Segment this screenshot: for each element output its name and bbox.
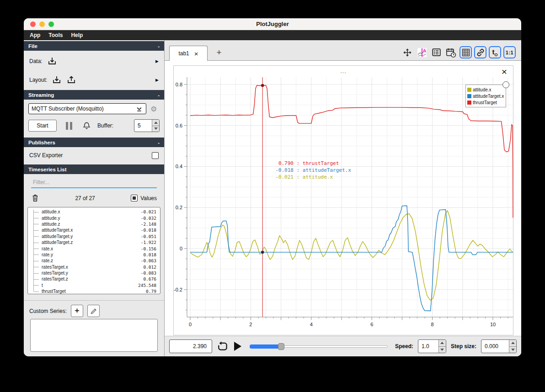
legend-item[interactable]: attitudeTarget.x bbox=[466, 93, 506, 99]
plot-legend[interactable]: attitude.xattitudeTarget.xthrustTarget bbox=[465, 85, 506, 107]
legend-item[interactable]: thrustTarget bbox=[466, 99, 506, 106]
streaming-source-select[interactable]: MQTT Subscriber (Mosquitto) bbox=[28, 103, 146, 114]
legend-item[interactable]: attitude.x bbox=[466, 86, 506, 93]
pause-icon[interactable] bbox=[66, 122, 72, 130]
timeseries-item[interactable]: attitude.y-0.032 bbox=[28, 215, 160, 221]
timeseries-value: 0.018 bbox=[143, 252, 160, 257]
section-header-file[interactable]: File - bbox=[24, 41, 164, 51]
values-label: Values bbox=[140, 195, 157, 201]
timeseries-value: 0.79 bbox=[146, 289, 160, 294]
spin-up-icon[interactable] bbox=[152, 120, 159, 126]
data-load-icon[interactable] bbox=[47, 57, 57, 66]
edit-custom-series-button[interactable] bbox=[87, 305, 100, 317]
legend-list-icon[interactable] bbox=[430, 46, 443, 58]
timeseries-item[interactable]: ratesTarget.z0.676 bbox=[28, 276, 160, 282]
spin-down-icon[interactable] bbox=[509, 346, 516, 353]
layout-load-icon[interactable] bbox=[52, 75, 62, 85]
timeseries-value: -0.156 bbox=[141, 246, 160, 251]
step-size-value[interactable]: 0.000 bbox=[481, 340, 509, 353]
section-header-publishers[interactable]: Publishers - bbox=[24, 138, 164, 147]
legend-handle-icon[interactable] bbox=[502, 81, 509, 88]
collapse-icon[interactable]: - bbox=[158, 140, 160, 145]
timeseries-item[interactable]: rate.z-0.063 bbox=[28, 258, 160, 264]
timeseries-item[interactable]: attitude.x-0.021 bbox=[28, 209, 160, 215]
filter-input[interactable] bbox=[31, 178, 157, 188]
speed-spinbox[interactable]: 1.0 bbox=[418, 339, 446, 353]
timeseries-item[interactable]: attitudeTarget.x-0.018 bbox=[28, 227, 160, 233]
timeseries-item[interactable]: attitudeTarget.z-1.922 bbox=[28, 239, 160, 245]
section-header-timeseries[interactable]: Timeseries List bbox=[24, 164, 164, 174]
timeseries-tree[interactable]: attitude.x-0.021attitude.y-0.032attitude… bbox=[27, 207, 160, 294]
minimize-window-button[interactable] bbox=[39, 21, 45, 27]
svg-text:10: 10 bbox=[490, 322, 496, 327]
timeseries-value: 245.548 bbox=[138, 283, 160, 288]
plot-close-icon[interactable]: × bbox=[502, 67, 507, 76]
time-field[interactable]: 2.390 bbox=[169, 339, 212, 353]
layout-save-icon[interactable] bbox=[66, 75, 76, 85]
time-offset-icon[interactable]: tO bbox=[489, 46, 501, 58]
menu-help[interactable]: Help bbox=[67, 32, 87, 38]
timeseries-item[interactable]: thrustTarget0.79 bbox=[28, 288, 160, 294]
sidebar: File - Data: ▶ Layout: ▶ bbox=[24, 40, 165, 356]
link-icon[interactable] bbox=[474, 46, 486, 58]
spin-down-icon[interactable] bbox=[439, 346, 446, 353]
step-size-spinbox[interactable]: 0.000 bbox=[481, 339, 517, 353]
menu-tools[interactable]: Tools bbox=[44, 32, 67, 38]
spin-up-icon[interactable] bbox=[439, 340, 446, 346]
play-icon[interactable] bbox=[234, 342, 241, 351]
loop-icon[interactable] bbox=[217, 341, 229, 352]
close-window-button[interactable] bbox=[30, 21, 36, 27]
speed-value[interactable]: 1.0 bbox=[418, 340, 438, 353]
tab-tab1[interactable]: tab1 × bbox=[169, 46, 208, 61]
gear-icon[interactable]: ⚙ bbox=[150, 105, 157, 113]
plus-icon: + bbox=[75, 306, 80, 315]
spin-down-icon[interactable] bbox=[152, 126, 159, 132]
tab-close-icon[interactable]: × bbox=[194, 50, 198, 57]
bell-icon[interactable] bbox=[82, 122, 91, 130]
section-header-streaming[interactable]: Streaming - bbox=[24, 90, 164, 100]
start-button[interactable]: Start bbox=[28, 120, 57, 132]
timeseries-item[interactable]: ratesTarget.x0.012 bbox=[28, 264, 160, 270]
timeseries-value: -0.021 bbox=[141, 209, 160, 214]
timeline-slider[interactable] bbox=[250, 342, 388, 351]
data-menu-arrow-icon[interactable]: ▶ bbox=[155, 59, 159, 64]
timeseries-item[interactable]: ratesTarget.y-0.083 bbox=[28, 270, 160, 276]
timeseries-item[interactable]: attitudeTarget.y-0.051 bbox=[28, 233, 160, 239]
tab-content: ... × 02468100.80.60.40.20-0.2 attitude.… bbox=[165, 61, 521, 336]
collapse-icon[interactable]: - bbox=[158, 43, 160, 49]
buffer-value[interactable]: 5 bbox=[134, 120, 152, 132]
tab-label: tab1 bbox=[178, 50, 189, 57]
add-custom-series-button[interactable]: + bbox=[71, 305, 83, 317]
trash-icon[interactable] bbox=[31, 194, 39, 202]
timeline-slider-thumb[interactable] bbox=[278, 343, 284, 350]
plot-canvas[interactable]: 02468100.80.60.40.20-0.2 bbox=[174, 66, 514, 336]
timeseries-name: attitude.x bbox=[42, 209, 60, 214]
window-title: PlotJuggler bbox=[24, 18, 521, 30]
collapse-icon[interactable]: - bbox=[158, 92, 160, 98]
grid-layout-icon[interactable] bbox=[460, 46, 472, 58]
timeseries-name: ratesTarget.y bbox=[42, 270, 68, 275]
legend-color-chip bbox=[467, 101, 471, 105]
timeseries-item[interactable]: rate.x-0.156 bbox=[28, 245, 160, 251]
buffer-spinbox[interactable]: 5 bbox=[134, 119, 160, 132]
plot-widget[interactable]: ... × 02468100.80.60.40.20-0.2 attitude.… bbox=[173, 65, 513, 335]
spin-up-icon[interactable] bbox=[509, 340, 516, 346]
timeseries-item[interactable]: rate.y0.018 bbox=[28, 252, 160, 258]
ratio-icon[interactable]: 1:1 bbox=[503, 46, 516, 58]
add-tab-button[interactable]: + bbox=[213, 47, 225, 58]
custom-series-list[interactable] bbox=[30, 319, 158, 352]
timeseries-item[interactable]: t245.548 bbox=[28, 282, 160, 288]
menu-app[interactable]: App bbox=[26, 32, 44, 38]
datetime-icon[interactable] bbox=[445, 46, 457, 58]
maximize-window-button[interactable] bbox=[48, 21, 54, 27]
csv-exporter-checkbox[interactable] bbox=[152, 152, 159, 159]
timeseries-item[interactable]: attitude.z-2.148 bbox=[28, 221, 160, 227]
menubar: App Tools Help bbox=[24, 30, 521, 40]
timeseries-value: -0.083 bbox=[141, 270, 160, 275]
layout-menu-arrow-icon[interactable]: ▶ bbox=[155, 78, 159, 82]
timeseries-value: -2.148 bbox=[141, 222, 160, 227]
move-icon[interactable] bbox=[401, 46, 413, 58]
values-checkbox[interactable] bbox=[131, 195, 138, 201]
step-size-label: Step size: bbox=[451, 343, 476, 350]
curve-tracker-icon[interactable]: A bbox=[416, 46, 428, 58]
